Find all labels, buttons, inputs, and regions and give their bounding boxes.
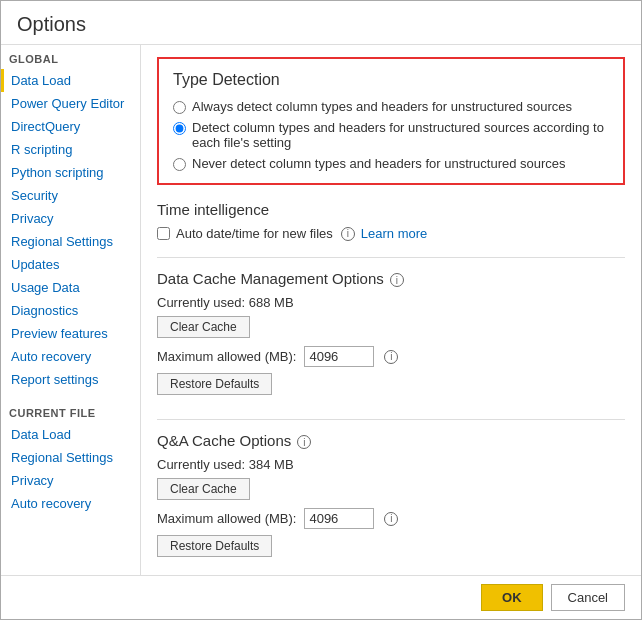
- data-cache-max-info-icon[interactable]: i: [384, 350, 398, 364]
- global-section-label: GLOBAL: [1, 45, 140, 69]
- divider-2: [157, 419, 625, 420]
- options-dialog: Options GLOBAL Data Load Power Query Edi…: [0, 0, 642, 620]
- qa-cache-info-icon[interactable]: i: [297, 435, 311, 449]
- dialog-footer: OK Cancel: [1, 575, 641, 619]
- sidebar: GLOBAL Data Load Power Query Editor Dire…: [1, 45, 141, 575]
- sidebar-item-current-auto-recovery[interactable]: Auto recovery: [1, 492, 140, 515]
- type-detection-option-1[interactable]: Detect column types and headers for unst…: [173, 120, 609, 150]
- sidebar-item-security[interactable]: Security: [1, 184, 140, 207]
- qa-cache-max-input[interactable]: [304, 508, 374, 529]
- data-cache-max-row: Maximum allowed (MB): i: [157, 346, 625, 367]
- sidebar-item-python-scripting[interactable]: Python scripting: [1, 161, 140, 184]
- qa-cache-restore-button[interactable]: Restore Defaults: [157, 535, 272, 557]
- sidebar-item-updates[interactable]: Updates: [1, 253, 140, 276]
- qa-cache-max-row: Maximum allowed (MB): i: [157, 508, 625, 529]
- type-detection-section: Type Detection Always detect column type…: [157, 57, 625, 185]
- time-intelligence-section: Time intelligence Auto date/time for new…: [157, 201, 625, 241]
- main-content: Type Detection Always detect column type…: [141, 45, 641, 575]
- qa-cache-max-label: Maximum allowed (MB):: [157, 511, 296, 526]
- qa-cache-currently-used: Currently used: 384 MB: [157, 457, 625, 472]
- ok-button[interactable]: OK: [481, 584, 543, 611]
- current-file-section-label: CURRENT FILE: [1, 399, 140, 423]
- sidebar-item-current-data-load[interactable]: Data Load: [1, 423, 140, 446]
- sidebar-item-r-scripting[interactable]: R scripting: [1, 138, 140, 161]
- data-cache-max-input[interactable]: [304, 346, 374, 367]
- sidebar-item-current-regional[interactable]: Regional Settings: [1, 446, 140, 469]
- learn-more-link[interactable]: Learn more: [361, 226, 427, 241]
- data-cache-title: Data Cache Management Options i: [157, 270, 625, 287]
- auto-datetime-checkbox[interactable]: [157, 227, 170, 240]
- qa-cache-title: Q&A Cache Options i: [157, 432, 625, 449]
- type-detection-radio-0[interactable]: [173, 101, 186, 114]
- time-intelligence-info-icon[interactable]: i: [341, 227, 355, 241]
- sidebar-item-data-load[interactable]: Data Load: [1, 69, 140, 92]
- data-cache-info-icon[interactable]: i: [390, 273, 404, 287]
- data-cache-section: Data Cache Management Options i Currentl…: [157, 270, 625, 403]
- type-detection-option-2[interactable]: Never detect column types and headers fo…: [173, 156, 609, 171]
- sidebar-item-power-query-editor[interactable]: Power Query Editor: [1, 92, 140, 115]
- auto-datetime-label: Auto date/time for new files: [176, 226, 333, 241]
- sidebar-item-report-settings[interactable]: Report settings: [1, 368, 140, 391]
- qa-cache-clear-button[interactable]: Clear Cache: [157, 478, 250, 500]
- sidebar-item-diagnostics[interactable]: Diagnostics: [1, 299, 140, 322]
- type-detection-option-0[interactable]: Always detect column types and headers f…: [173, 99, 609, 114]
- sidebar-item-usage-data[interactable]: Usage Data: [1, 276, 140, 299]
- data-cache-restore-button[interactable]: Restore Defaults: [157, 373, 272, 395]
- sidebar-item-current-privacy[interactable]: Privacy: [1, 469, 140, 492]
- type-detection-radio-group: Always detect column types and headers f…: [173, 99, 609, 171]
- type-detection-radio-1[interactable]: [173, 122, 186, 135]
- divider-1: [157, 257, 625, 258]
- qa-cache-max-info-icon[interactable]: i: [384, 512, 398, 526]
- data-cache-max-label: Maximum allowed (MB):: [157, 349, 296, 364]
- sidebar-item-preview-features[interactable]: Preview features: [1, 322, 140, 345]
- auto-datetime-row: Auto date/time for new files i Learn mor…: [157, 226, 625, 241]
- type-detection-title: Type Detection: [173, 71, 609, 89]
- sidebar-item-auto-recovery-global[interactable]: Auto recovery: [1, 345, 140, 368]
- sidebar-item-directquery[interactable]: DirectQuery: [1, 115, 140, 138]
- dialog-body: GLOBAL Data Load Power Query Editor Dire…: [1, 44, 641, 575]
- dialog-title: Options: [1, 1, 641, 44]
- sidebar-item-privacy[interactable]: Privacy: [1, 207, 140, 230]
- time-intelligence-title: Time intelligence: [157, 201, 625, 218]
- sidebar-item-regional-settings[interactable]: Regional Settings: [1, 230, 140, 253]
- data-cache-currently-used: Currently used: 688 MB: [157, 295, 625, 310]
- qa-cache-section: Q&A Cache Options i Currently used: 384 …: [157, 432, 625, 565]
- cancel-button[interactable]: Cancel: [551, 584, 625, 611]
- data-cache-clear-button[interactable]: Clear Cache: [157, 316, 250, 338]
- type-detection-radio-2[interactable]: [173, 158, 186, 171]
